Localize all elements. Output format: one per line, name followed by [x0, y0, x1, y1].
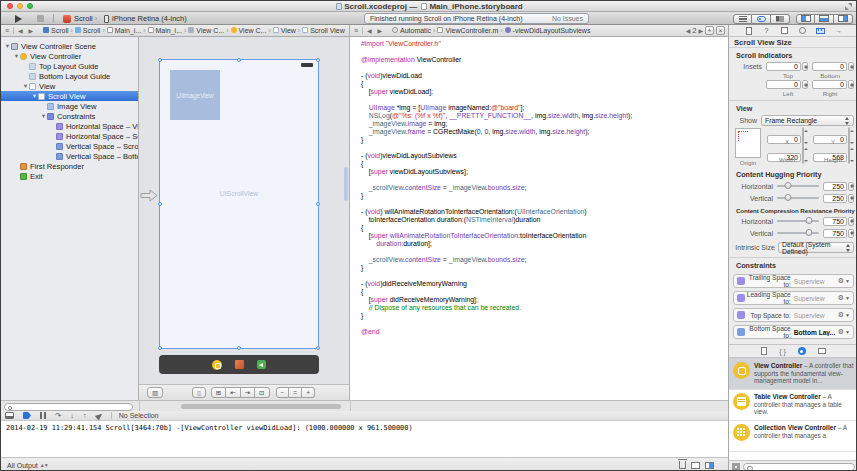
- selection-handle[interactable]: [316, 346, 320, 350]
- outline-toggle-button[interactable]: ▥: [147, 387, 163, 398]
- scheme-name[interactable]: Scroll: [74, 14, 93, 23]
- pin-button[interactable]: ⇤: [226, 387, 240, 398]
- disclosure-triangle-icon[interactable]: ▼: [22, 83, 29, 89]
- storyboard-crumb[interactable]: Main_i...: [107, 27, 141, 34]
- outline-row[interactable]: Bottom Layout Guide: [1, 71, 138, 81]
- add-assistant-editor-button[interactable]: +: [705, 26, 714, 35]
- disclosure-triangle-icon[interactable]: ▼: [40, 113, 47, 119]
- slider-knob[interactable]: [805, 217, 812, 224]
- selection-handle[interactable]: [316, 202, 320, 206]
- storyboard-crumb[interactable]: View C...: [188, 27, 224, 34]
- slider-knob[interactable]: [805, 229, 812, 236]
- gear-icon[interactable]: ⚙: [838, 328, 844, 336]
- assistant-editor-button[interactable]: [752, 14, 771, 24]
- inset-top-field[interactable]: 0: [766, 62, 801, 71]
- scroll-view-canvas[interactable]: UIImageView UIScrollView: [159, 59, 319, 349]
- identity-inspector-tab[interactable]: [780, 27, 789, 35]
- library-item[interactable]: Table View Controller – A controller tha…: [729, 390, 857, 421]
- compression-value-field[interactable]: 750: [823, 217, 847, 226]
- inset-left-stepper[interactable]: [802, 80, 808, 89]
- constraint-card[interactable]: Trailing Space to:Superview⚙▼: [733, 274, 854, 288]
- gear-icon[interactable]: ⚙: [838, 277, 844, 285]
- outline-row[interactable]: First Responder: [1, 161, 138, 171]
- inset-left-field[interactable]: 0: [766, 80, 801, 89]
- hide-debug-area-icon[interactable]: [5, 412, 14, 419]
- canvas-horizontal-scrollbar[interactable]: [181, 404, 341, 409]
- selection-handle[interactable]: [316, 58, 320, 62]
- disclosure-triangle-icon[interactable]: ▼: [31, 93, 38, 99]
- resolve-issues-button[interactable]: ⇥: [241, 387, 255, 398]
- file-template-library-tab[interactable]: [761, 347, 767, 355]
- resizing-behavior-button[interactable]: ⊡: [255, 387, 269, 398]
- fullscreen-icon[interactable]: [845, 3, 852, 10]
- assistant-crumb[interactable]: ViewController.m: [437, 27, 498, 34]
- inset-bottom-field[interactable]: 0: [812, 62, 847, 71]
- hugging-stepper[interactable]: [848, 194, 854, 203]
- outline-row[interactable]: Vertical Space – Bottom...: [1, 151, 138, 161]
- outline-row[interactable]: Exit: [1, 171, 138, 181]
- inset-right-field[interactable]: 0: [812, 80, 847, 89]
- library-search-field[interactable]: [743, 463, 855, 471]
- scheme-selector[interactable]: Scroll › iPhone Retina (4-inch): [63, 13, 187, 24]
- toggle-debug-area-button[interactable]: [815, 14, 834, 24]
- related-items-icon[interactable]: ≡: [1, 27, 13, 34]
- step-over-icon[interactable]: ↷: [55, 412, 61, 419]
- stop-button[interactable]: [37, 15, 44, 22]
- intrinsic-size-dropdown[interactable]: Default (System Defined): [778, 242, 854, 253]
- hugging-slider[interactable]: [777, 197, 819, 199]
- related-items-icon[interactable]: ≡: [350, 27, 362, 34]
- output-filter-dropdown[interactable]: All Output: [7, 462, 38, 469]
- outline-row[interactable]: Horizontal Space – Scr...: [1, 131, 138, 141]
- prev-counterpart-icon[interactable]: ◀: [686, 27, 691, 34]
- constraint-card[interactable]: Top Space to:Superview⚙▼: [733, 308, 854, 322]
- source-editor[interactable]: #import "ViewController.h" @implementati…: [350, 37, 728, 400]
- selection-handle[interactable]: [158, 58, 162, 62]
- library-item[interactable]: View Controller – A controller that supp…: [729, 359, 857, 390]
- gear-icon[interactable]: ⚙: [838, 294, 844, 302]
- compression-value-field[interactable]: 750: [823, 229, 847, 238]
- outline-row[interactable]: Image View: [1, 101, 138, 111]
- breakpoints-toggle-icon[interactable]: [23, 412, 31, 419]
- assistant-crumb[interactable]: -viewDidLayoutSubviews: [505, 27, 591, 34]
- quick-help-inspector-tab[interactable]: ?: [762, 27, 771, 35]
- simulate-location-icon[interactable]: [95, 411, 104, 420]
- disclosure-triangle-icon[interactable]: ▼: [4, 43, 11, 49]
- zoom-in-button[interactable]: +: [302, 387, 315, 398]
- clear-console-icon[interactable]: [679, 461, 686, 469]
- gear-icon[interactable]: ⚙: [838, 311, 844, 319]
- outline-row[interactable]: Vertical Space – Scroll...: [1, 141, 138, 151]
- slider-knob[interactable]: [784, 194, 791, 201]
- back-forward-buttons[interactable]: ◀ ▶: [362, 27, 388, 34]
- view-controller-dock-icon[interactable]: [212, 360, 222, 370]
- outline-row[interactable]: Top Layout Guide: [1, 61, 138, 71]
- variables-pane-toggle-icon[interactable]: [691, 462, 700, 469]
- outline-row[interactable]: ▼View Controller: [1, 51, 138, 61]
- selection-handle[interactable]: [158, 202, 162, 206]
- standard-editor-button[interactable]: [733, 14, 752, 24]
- zoom-out-button[interactable]: −: [276, 387, 290, 398]
- storyboard-crumb[interactable]: View C...: [231, 27, 267, 34]
- slider-knob[interactable]: [784, 182, 791, 189]
- inset-top-stepper[interactable]: [802, 62, 808, 71]
- compression-slider[interactable]: [777, 232, 819, 234]
- outline-row[interactable]: ▼View: [1, 81, 138, 91]
- selection-handle[interactable]: [158, 346, 162, 350]
- back-forward-buttons[interactable]: ◀ ▶: [13, 27, 39, 34]
- run-button[interactable]: [15, 15, 22, 23]
- storyboard-crumb[interactable]: Scroll: [75, 27, 101, 34]
- object-library-tab[interactable]: [798, 347, 806, 355]
- connections-inspector-tab[interactable]: →: [834, 27, 843, 35]
- inset-bottom-stepper[interactable]: [848, 62, 854, 71]
- media-library-tab[interactable]: [818, 348, 826, 354]
- compression-stepper[interactable]: [848, 229, 854, 238]
- compression-slider[interactable]: [777, 220, 819, 222]
- toggle-utilities-button[interactable]: [834, 14, 853, 24]
- zoom-reset-button[interactable]: =: [289, 387, 302, 398]
- origin-widget[interactable]: [735, 128, 761, 158]
- destination-name[interactable]: iPhone Retina (4-inch): [112, 14, 187, 23]
- outline-row[interactable]: Horizontal Space – Vie...: [1, 121, 138, 131]
- debug-console[interactable]: 2014-02-19 11:29:41.154 Scroll[3464:70b]…: [1, 421, 728, 457]
- library-item[interactable]: Collection View Controller – A controlle…: [729, 421, 857, 452]
- console-pane-toggle-icon[interactable]: [705, 462, 714, 469]
- outline-filter-field[interactable]: [4, 403, 133, 411]
